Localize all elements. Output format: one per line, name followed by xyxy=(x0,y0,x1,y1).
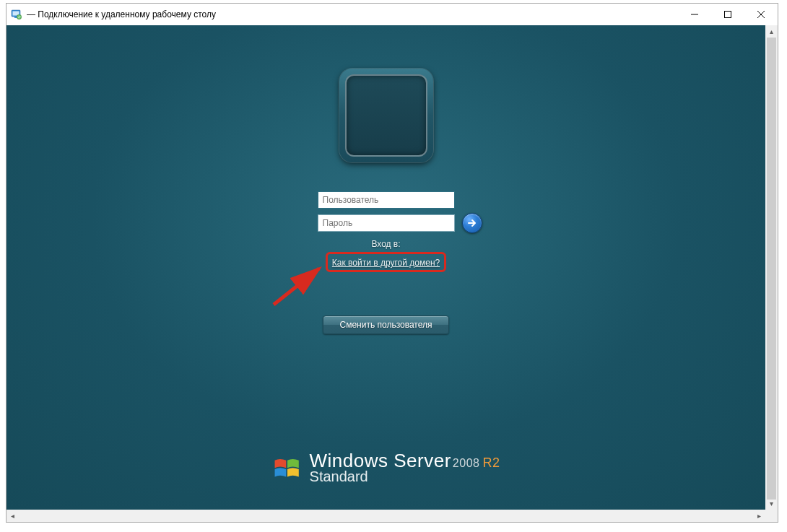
scroll-up-icon[interactable]: ▴ xyxy=(765,25,778,38)
scrollbar-corner xyxy=(765,510,778,522)
user-avatar-frame xyxy=(339,69,433,162)
switch-user-button[interactable]: Сменить пользователя xyxy=(323,315,449,334)
client-area: Вход в: Как войти в другой домен? Сменит… xyxy=(6,25,778,522)
vertical-scrollbar[interactable]: ▴ ▾ xyxy=(765,25,778,510)
os-brand-text: Windows Server2008R2 Standard xyxy=(310,451,500,484)
submit-login-button[interactable] xyxy=(462,213,482,233)
minimize-button[interactable] xyxy=(678,4,711,25)
login-panel: Вход в: Как войти в другой домен? Сменит… xyxy=(318,69,455,334)
titlebar: — Подключение к удаленному рабочему стол… xyxy=(6,4,778,25)
windows-logo-icon xyxy=(272,454,303,484)
domain-label: Вход в: xyxy=(371,239,400,249)
scroll-left-icon[interactable]: ◂ xyxy=(6,510,19,522)
window-title: — Подключение к удаленному рабочему стол… xyxy=(27,9,678,19)
rdp-app-icon xyxy=(11,9,22,20)
rdp-window: — Подключение к удаленному рабочему стол… xyxy=(6,3,778,523)
svg-rect-5 xyxy=(725,12,731,18)
remote-desktop-viewport: Вход в: Как войти в другой домен? Сменит… xyxy=(6,25,765,510)
password-input[interactable] xyxy=(318,214,455,232)
username-input[interactable] xyxy=(318,191,455,209)
scroll-right-icon[interactable]: ▸ xyxy=(753,510,765,522)
maximize-button[interactable] xyxy=(711,4,744,25)
annotation-arrow xyxy=(270,261,335,312)
scroll-down-icon[interactable]: ▾ xyxy=(765,497,778,510)
vertical-scroll-thumb[interactable] xyxy=(767,38,776,500)
horizontal-scrollbar[interactable]: ◂ ▸ xyxy=(6,510,778,522)
os-branding: Windows Server2008R2 Standard xyxy=(272,451,500,484)
other-domain-highlight: Как войти в другой домен? xyxy=(326,252,446,272)
close-button[interactable] xyxy=(744,4,778,25)
user-avatar xyxy=(345,74,427,157)
other-domain-link[interactable]: Как войти в другой домен? xyxy=(332,258,440,268)
window-controls xyxy=(678,4,778,25)
